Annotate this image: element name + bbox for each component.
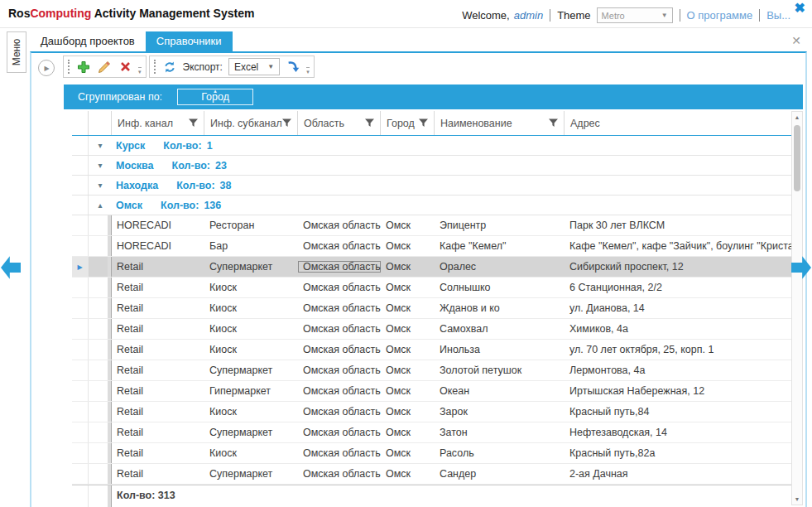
- about-link[interactable]: О программе: [687, 9, 753, 22]
- table-row[interactable]: ▶ Retail Киоск Омская область Омск Самох…: [72, 319, 803, 340]
- grip-handle-icon[interactable]: [154, 60, 156, 74]
- table-row[interactable]: ▶ Retail Супермаркет Омская область Омск…: [72, 422, 803, 443]
- group-expand-icon[interactable]: [98, 162, 102, 170]
- group-row[interactable]: Москва Кол-во: 23: [72, 156, 803, 176]
- row-expand-gutter: [89, 402, 108, 422]
- column-header[interactable]: Наименование: [435, 111, 565, 135]
- tab-close-icon[interactable]: ✕: [791, 35, 801, 46]
- column-header[interactable]: Инф. канал: [112, 111, 204, 135]
- filter-icon[interactable]: [282, 118, 291, 128]
- menu-vertical-tab[interactable]: Меню: [7, 31, 26, 73]
- toolbar-overflow-icon[interactable]: ▾: [138, 67, 142, 75]
- cell-city: Омск: [381, 427, 435, 438]
- theme-select[interactable]: Metro ▼: [597, 7, 673, 23]
- theme-label: Theme: [557, 9, 590, 22]
- scroll-down-icon[interactable]: ▼: [792, 496, 802, 502]
- group-expand-cell[interactable]: [89, 176, 112, 195]
- row-indicator-cell: ▶: [72, 257, 89, 277]
- column-header[interactable]: Область: [298, 111, 381, 135]
- grip-handle-icon[interactable]: [68, 60, 70, 74]
- table-row[interactable]: ▶ HORECADI Ресторан Омская область Омск …: [72, 215, 803, 236]
- group-summary: Курск Кол-во: 1: [112, 140, 213, 152]
- group-row[interactable]: Курск Кол-во: 1: [72, 136, 803, 156]
- cell-city: Омск: [381, 468, 435, 480]
- table-row[interactable]: ▶ Retail Супермаркет Омская область Омск…: [72, 360, 803, 381]
- cell-region: Омская область: [298, 427, 381, 438]
- column-header-label: Инф. канал: [118, 118, 173, 129]
- export-label: Экспорт:: [183, 61, 223, 73]
- toolbar-edit-group: ▾: [63, 56, 147, 78]
- pencil-icon: [98, 60, 111, 74]
- group-expand-icon[interactable]: [98, 201, 102, 210]
- add-button[interactable]: [76, 60, 91, 75]
- column-header[interactable]: Адрес: [565, 111, 803, 135]
- tab[interactable]: Справочники: [146, 31, 233, 51]
- table-row[interactable]: ▶ Retail Киоск Омская область Омск Ждано…: [72, 298, 803, 319]
- main-panel: ▶ ▾ Экс: [30, 51, 807, 507]
- cell-inf-channel: Retail: [112, 302, 204, 314]
- cell-region: Омская область: [298, 447, 381, 459]
- filter-icon[interactable]: [189, 118, 198, 128]
- grid-header-row: Инф. канал Инф. субканал Область: [72, 111, 803, 136]
- logout-link[interactable]: Вы...: [766, 9, 790, 22]
- table-row[interactable]: ▶ Retail Супермаркет Омская область Омск…: [72, 464, 803, 485]
- group-expand-cell[interactable]: [89, 156, 112, 175]
- cell-inf-subchannel: Супермаркет: [204, 365, 298, 376]
- edit-button[interactable]: [97, 60, 112, 75]
- logout-x-icon[interactable]: ✖: [795, 0, 805, 16]
- tab-strip: Дашборд проектов Справочники: [30, 31, 812, 51]
- cell-inf-channel: Retail: [112, 427, 204, 438]
- scrollbar-thumb[interactable]: [794, 125, 800, 191]
- cell-address: 6 Станционная, 2/2: [565, 282, 803, 293]
- group-by-bar: Сгруппирован по: ▲ Город: [64, 84, 803, 109]
- cell-city: Омск: [381, 447, 435, 459]
- collapse-panel-button[interactable]: ▶: [38, 60, 55, 76]
- cell-inf-subchannel: Киоск: [204, 282, 298, 293]
- delete-button[interactable]: [118, 60, 132, 75]
- table-row[interactable]: ▶ Retail Киоск Омская область Омск Расол…: [72, 443, 803, 464]
- row-expand-gutter: [89, 215, 108, 235]
- refresh-button[interactable]: [162, 60, 177, 75]
- row-expand-gutter: [89, 236, 108, 256]
- table-row[interactable]: ▶ Retail Киоск Омская область Омск Зарок…: [72, 402, 803, 422]
- cell-inf-subchannel: Киоск: [204, 344, 298, 355]
- vertical-scrollbar[interactable]: ▲ ▼: [791, 111, 803, 505]
- cell-name: Эпицентр: [435, 220, 565, 231]
- row-indicator-cell: ▶: [72, 278, 89, 297]
- group-row[interactable]: Омск Кол-во: 136: [72, 196, 803, 215]
- table-row[interactable]: ▶ Retail Киоск Омская область Омск Солны…: [72, 278, 803, 298]
- group-expand-icon[interactable]: [98, 181, 102, 190]
- row-indicator-cell: ▶: [72, 422, 89, 442]
- dock-left-arrow[interactable]: [1, 255, 21, 280]
- cell-name: Затон: [435, 427, 565, 438]
- group-expand-cell[interactable]: [89, 136, 112, 155]
- group-row[interactable]: Находка Кол-во: 38: [72, 176, 803, 196]
- filter-icon[interactable]: [419, 118, 428, 128]
- cell-address: Сибирский проспект, 12: [565, 261, 803, 273]
- footer-count: Кол-во: 313: [112, 485, 180, 501]
- tab[interactable]: Дашборд проектов: [30, 31, 146, 51]
- scroll-up-icon[interactable]: ▲: [792, 114, 802, 120]
- row-indicator-cell: [72, 196, 89, 215]
- row-indicator-cell: ▶: [72, 360, 89, 380]
- table-row[interactable]: ▶ Retail Киоск Омская область Омск Иноль…: [72, 340, 803, 360]
- column-header[interactable]: Инф. субканал: [204, 111, 298, 135]
- group-expand-cell[interactable]: [89, 196, 112, 215]
- row-indicator-cell: [72, 176, 89, 195]
- filter-icon[interactable]: [365, 118, 374, 128]
- column-header[interactable]: Город: [381, 111, 435, 135]
- table-row[interactable]: ▶ HORECADI Бар Омская область Омск Кафе …: [72, 236, 803, 257]
- export-run-button[interactable]: [286, 60, 300, 75]
- table-row[interactable]: ▶ Retail Супермаркет Омская область Омск…: [72, 257, 803, 278]
- group-expand-icon[interactable]: [98, 142, 102, 150]
- table-row[interactable]: ▶ Retail Гипермаркет Омская область Омск…: [72, 381, 803, 402]
- row-expand-gutter: [89, 360, 108, 380]
- export-format-select[interactable]: Excel ▼: [228, 58, 280, 75]
- row-expand-gutter: [89, 443, 108, 463]
- cell-name: Оралес: [435, 261, 565, 273]
- filter-icon[interactable]: [549, 118, 558, 128]
- cell-region: Омская область: [298, 302, 381, 314]
- group-by-chip[interactable]: ▲ Город: [177, 89, 253, 105]
- tab-label: Дашборд проектов: [41, 35, 135, 47]
- toolbar-overflow-icon[interactable]: ▾: [306, 67, 310, 75]
